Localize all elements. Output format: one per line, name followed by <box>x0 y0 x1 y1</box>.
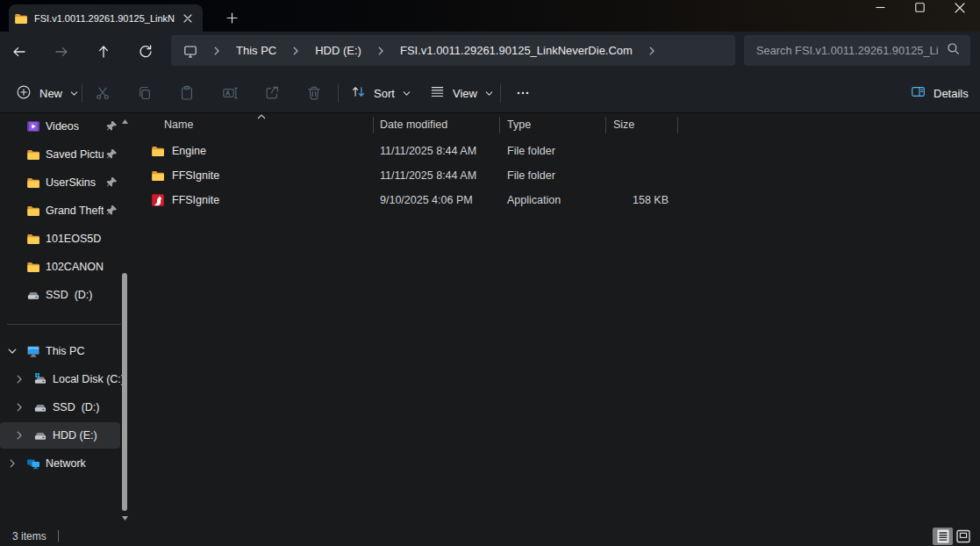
folder-icon <box>151 144 165 158</box>
new-tab-button[interactable] <box>222 8 241 27</box>
navigation-bar: This PCHDD (E:)FSI.v1.0011.29261.90125_L… <box>0 32 980 73</box>
delete-button[interactable] <box>298 79 330 107</box>
sidebar: VideosSaved PicturesUserSkinsGrand Theft… <box>0 113 132 527</box>
breadcrumb-hdd-e[interactable]: HDD (E:) <box>315 44 361 57</box>
column-header-type[interactable]: Type <box>507 119 531 131</box>
tree-item-network[interactable]: Network <box>0 450 132 477</box>
sidebar-item-grand-theft-a[interactable]: Grand Theft A <box>0 198 132 224</box>
breadcrumb-this-pc[interactable]: This PC <box>236 44 276 57</box>
pin-icon <box>106 120 118 132</box>
share-button[interactable] <box>256 79 288 107</box>
sidebar-divider <box>7 324 121 325</box>
column-header-date[interactable]: Date modified <box>380 119 447 131</box>
details-button[interactable]: Details <box>904 79 976 107</box>
sidebar-item-label: UserSkins <box>46 176 104 189</box>
paste-button[interactable] <box>171 79 203 107</box>
breadcrumb-chevron-icon[interactable] <box>211 46 222 56</box>
scroll-down-arrow[interactable] <box>122 516 128 521</box>
tree-item-local-disk-c[interactable]: Local Disk (C:) <box>0 366 132 392</box>
tab-close-icon[interactable] <box>180 11 196 26</box>
table-row[interactable]: FFSIgnite11/11/2025 8:44 AMFile folder <box>136 163 980 188</box>
sort-ascending-icon <box>257 114 266 119</box>
sidebar-item-saved-pictures[interactable]: Saved Pictures <box>0 141 132 168</box>
column-header-name[interactable]: Name <box>164 119 193 131</box>
details-pane-icon <box>911 84 926 102</box>
search-input[interactable]: Search FSI.v1.0011.29261.90125_Li <box>756 44 947 57</box>
sidebar-item-101eos5d[interactable]: 101EOS5D <box>0 226 132 252</box>
file-explorer-window: FSI.v1.0011.29261.90125_LinkN This PCHDD… <box>0 0 980 546</box>
search-box[interactable]: Search FSI.v1.0011.29261.90125_Li <box>744 35 970 66</box>
sidebar-item-ssd-d[interactable]: SSD (D:) <box>0 282 132 308</box>
drive-icon <box>26 288 40 302</box>
pinned-section: VideosSaved PicturesUserSkinsGrand Theft… <box>0 113 132 310</box>
view-button[interactable]: View <box>423 79 501 107</box>
spacer <box>7 149 18 160</box>
breadcrumb-chevron-icon[interactable] <box>647 46 657 56</box>
address-bar[interactable]: This PCHDD (E:)FSI.v1.0011.29261.90125_L… <box>171 35 735 66</box>
up-button[interactable] <box>89 38 118 66</box>
column-header-size[interactable]: Size <box>613 119 634 131</box>
refresh-button[interactable] <box>132 38 160 66</box>
view-icon <box>430 84 445 102</box>
network-icon <box>26 456 40 471</box>
chevron-right-icon[interactable] <box>14 402 25 413</box>
table-row[interactable]: Engine11/11/2025 8:44 AMFile folder <box>136 139 980 163</box>
back-button[interactable] <box>5 38 33 66</box>
explorer-tab[interactable]: FSI.v1.0011.29261.90125_LinkN <box>9 4 203 32</box>
new-button-label: New <box>39 87 62 100</box>
chevron-down-icon <box>484 89 494 98</box>
table-row[interactable]: FFSIgnite9/10/2025 4:06 PMApplication158… <box>136 188 980 212</box>
icons-view-toggle[interactable] <box>954 528 973 545</box>
tree-section: This PCLocal Disk (C:)SSD (D:)HDD (E:)Ne… <box>0 338 132 478</box>
new-button[interactable]: New <box>7 79 88 107</box>
tree-item-label: This PC <box>46 345 132 357</box>
folder-icon <box>26 260 40 274</box>
more-options-button[interactable] <box>507 79 539 107</box>
scroll-up-arrow[interactable] <box>122 119 128 124</box>
pin-icon <box>106 148 118 160</box>
breadcrumb-chevron-icon[interactable] <box>376 46 386 56</box>
sidebar-item-videos[interactable]: Videos <box>0 113 132 140</box>
file-date-modified: 9/10/2025 4:06 PM <box>380 194 473 206</box>
sidebar-item-userskins[interactable]: UserSkins <box>0 169 132 196</box>
main-area: VideosSaved PicturesUserSkinsGrand Theft… <box>0 113 980 527</box>
sort-button[interactable]: Sort <box>344 79 418 107</box>
spacer <box>7 205 18 216</box>
forward-button[interactable] <box>47 38 75 66</box>
tree-item-hdd-e[interactable]: HDD (E:) <box>0 422 120 449</box>
details-view-toggle[interactable] <box>933 528 953 545</box>
breadcrumb-fsi-v1-0011-29261-90125-linkneverdie-com[interactable]: FSI.v1.0011.29261.90125_LinkNeverDie.Com <box>400 44 633 57</box>
sidebar-item-label: Videos <box>46 120 104 133</box>
folder-icon <box>14 11 28 25</box>
tree-item-ssd-d[interactable]: SSD (D:) <box>0 394 132 420</box>
chevron-right-icon[interactable] <box>14 430 25 441</box>
app-icon <box>151 193 165 207</box>
rename-button[interactable] <box>214 79 246 107</box>
spacer <box>7 121 18 132</box>
videos-icon <box>26 119 40 133</box>
pin-icon <box>106 176 118 188</box>
minimize-button[interactable] <box>861 0 900 26</box>
view-button-label: View <box>453 87 477 100</box>
file-name: FFSIgnite <box>172 169 219 182</box>
sidebar-item-102canon[interactable]: 102CANON <box>0 254 132 280</box>
sidebar-scrollbar[interactable] <box>122 273 127 511</box>
maximize-button[interactable] <box>900 0 940 26</box>
spacer <box>7 233 18 244</box>
chevron-right-icon[interactable] <box>7 458 18 469</box>
tree-item-this-pc[interactable]: This PC <box>0 338 132 364</box>
chevron-right-icon[interactable] <box>14 374 25 384</box>
file-date-modified: 11/11/2025 8:44 AM <box>380 169 476 182</box>
breadcrumb-chevron-icon[interactable] <box>290 46 301 56</box>
file-rows: Engine11/11/2025 8:44 AMFile folderFFSIg… <box>136 139 980 212</box>
drive-icon <box>33 428 47 442</box>
cut-button[interactable] <box>87 79 118 107</box>
tab-bar: FSI.v1.0011.29261.90125_LinkN <box>0 0 980 32</box>
chevron-down-icon[interactable] <box>7 346 18 356</box>
spacer <box>7 177 18 188</box>
search-icon[interactable] <box>947 42 960 59</box>
close-button[interactable] <box>940 0 979 26</box>
sidebar-item-label: 101EOS5D <box>46 233 132 245</box>
status-bar: 3 items <box>0 527 980 546</box>
copy-button[interactable] <box>129 79 161 107</box>
